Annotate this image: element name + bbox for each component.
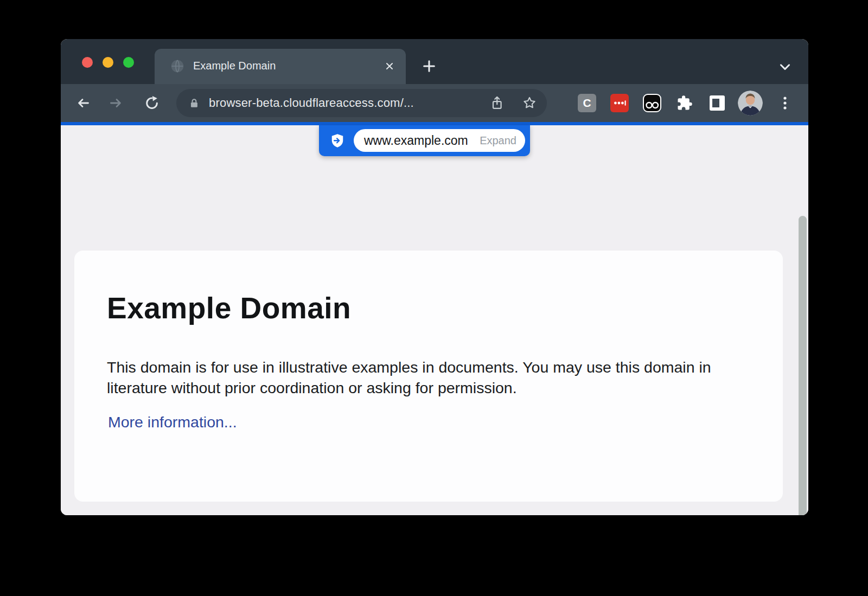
expand-button[interactable]: Expand — [480, 134, 516, 147]
profile-avatar[interactable] — [738, 91, 763, 116]
tab-list-chevron-icon[interactable] — [777, 59, 793, 74]
ssl-lock-icon[interactable] — [188, 97, 200, 109]
minimize-window-button[interactable] — [103, 57, 113, 68]
bookmark-star-icon[interactable] — [522, 95, 537, 111]
extension-c-icon[interactable]: C — [577, 93, 597, 113]
isolated-domain-text: www.example.com — [364, 133, 468, 148]
more-information-link[interactable]: More information... — [108, 413, 237, 431]
back-button[interactable] — [75, 95, 90, 111]
url-text[interactable]: browser-beta.cloudflareaccess.com/... — [209, 89, 414, 117]
share-icon[interactable] — [489, 95, 505, 111]
address-bar[interactable]: browser-beta.cloudflareaccess.com/... — [176, 89, 547, 117]
content-card: Example Domain This domain is for use in… — [74, 251, 783, 502]
close-window-button[interactable] — [82, 57, 93, 68]
side-panel-icon[interactable] — [707, 93, 727, 113]
tab-close-icon[interactable] — [382, 59, 397, 74]
browser-window: Example Domain — [61, 39, 808, 515]
extension-lastpass-icon[interactable] — [610, 93, 629, 113]
extension-goggles-icon[interactable] — [642, 93, 662, 113]
page-viewport: www.example.com Expand Example Domain Th… — [61, 125, 808, 515]
tab-example-domain[interactable]: Example Domain — [155, 49, 406, 84]
globe-favicon-icon — [169, 58, 186, 74]
shield-arrow-icon — [329, 133, 346, 149]
extensions-puzzle-icon[interactable] — [675, 93, 694, 113]
forward-button[interactable] — [109, 95, 124, 111]
toolbar: browser-beta.cloudflareaccess.com/... C — [61, 84, 808, 122]
isolation-url-badge[interactable]: www.example.com Expand — [319, 125, 530, 156]
browser-menu-kebab-icon[interactable] — [777, 93, 793, 113]
reload-button[interactable] — [144, 95, 159, 111]
zoom-window-button[interactable] — [123, 57, 134, 68]
vertical-scrollbar-thumb[interactable] — [799, 216, 807, 515]
page-paragraph: This domain is for use in illustrative e… — [107, 357, 736, 398]
page-title: Example Domain — [107, 291, 351, 325]
tab-title: Example Domain — [193, 49, 276, 84]
isolated-domain-pill[interactable]: www.example.com Expand — [354, 129, 525, 152]
tab-strip: Example Domain — [61, 39, 808, 84]
new-tab-button[interactable] — [422, 59, 437, 74]
